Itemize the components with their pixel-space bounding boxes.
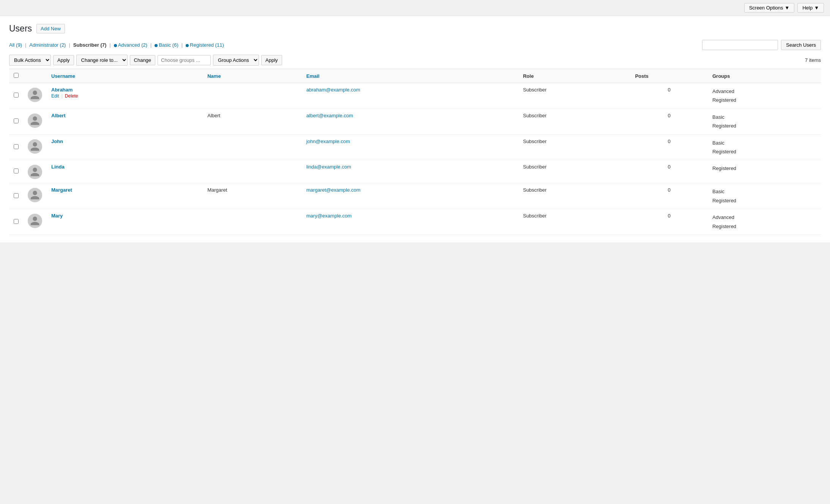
page-title: Users	[9, 24, 32, 34]
add-new-button[interactable]: Add New	[36, 24, 65, 33]
username-header[interactable]: Username	[47, 69, 203, 83]
change-role-select[interactable]: Change role to...	[76, 55, 128, 66]
sep-4: |	[150, 42, 151, 48]
user-avatar-icon	[30, 167, 40, 177]
avatar-cell	[23, 183, 47, 209]
select-all-checkbox[interactable]	[14, 73, 19, 78]
name-cell	[203, 83, 302, 109]
group-apply-button[interactable]: Apply	[261, 55, 282, 65]
sep-3: |	[109, 42, 110, 48]
username-link[interactable]: Albert	[51, 113, 66, 118]
role-cell: Subscriber	[518, 109, 630, 134]
row-checkbox-cell	[9, 83, 23, 109]
filter-administrator[interactable]: Administrator (2)	[29, 42, 66, 48]
row-checkbox[interactable]	[14, 219, 19, 224]
name-sort-link[interactable]: Name	[207, 73, 221, 79]
email-link[interactable]: mary@example.com	[306, 213, 352, 219]
actions-left: Bulk Actions Apply Change role to... Cha…	[9, 55, 282, 66]
bulk-apply-button[interactable]: Apply	[53, 55, 74, 65]
search-users-button[interactable]: Search Users	[781, 40, 821, 50]
group-item: Registered	[712, 96, 816, 104]
help-button[interactable]: Help ▼	[797, 3, 824, 13]
group-item: Registered	[712, 121, 816, 130]
username-cell: Mary	[47, 209, 203, 235]
username-link[interactable]: Margaret	[51, 187, 72, 193]
username-link[interactable]: Linda	[51, 164, 65, 170]
top-bar: Screen Options ▼ Help ▼	[0, 0, 830, 16]
username-link[interactable]: Abraham	[51, 87, 73, 93]
username-link[interactable]: John	[51, 139, 63, 144]
email-cell: john@example.com	[302, 134, 519, 160]
user-avatar-icon	[30, 216, 40, 226]
bulk-actions-select[interactable]: Bulk Actions	[9, 55, 51, 66]
name-header[interactable]: Name	[203, 69, 302, 83]
filter-all[interactable]: All (9)	[9, 42, 22, 48]
sep-2: |	[69, 42, 70, 48]
email-sort-link[interactable]: Email	[306, 73, 320, 79]
email-link[interactable]: albert@example.com	[306, 113, 353, 118]
select-all-header	[9, 69, 23, 83]
items-count: 7 items	[805, 57, 821, 63]
row-checkbox-cell	[9, 109, 23, 134]
change-role-button[interactable]: Change	[130, 55, 156, 65]
group-item: Basic	[712, 139, 816, 147]
row-checkbox-cell	[9, 134, 23, 160]
group-item: Advanced	[712, 87, 816, 96]
row-checkbox[interactable]	[14, 118, 19, 123]
posts-cell: 0	[631, 160, 708, 183]
filter-basic[interactable]: Basic (6)	[155, 42, 178, 48]
email-link[interactable]: abraham@example.com	[306, 87, 360, 93]
email-link[interactable]: john@example.com	[306, 139, 350, 144]
screen-options-label: Screen Options	[749, 5, 783, 11]
role-cell: Subscriber	[518, 83, 630, 109]
row-checkbox[interactable]	[14, 193, 19, 198]
email-cell: abraham@example.com	[302, 83, 519, 109]
screen-options-chevron-icon: ▼	[785, 5, 790, 11]
username-cell: Abraham Edit | Delete	[47, 83, 203, 109]
group-actions-select[interactable]: Group Actions	[213, 55, 259, 66]
filter-subscriber-current: Subscriber (7)	[73, 42, 106, 48]
username-sort-link[interactable]: Username	[51, 73, 75, 79]
email-link[interactable]: margaret@example.com	[306, 187, 361, 193]
filter-registered[interactable]: Registered (11)	[186, 42, 224, 48]
name-cell	[203, 160, 302, 183]
user-avatar-icon	[30, 141, 40, 152]
name-cell: Margaret	[203, 183, 302, 209]
avatar	[28, 165, 42, 179]
filter-advanced[interactable]: Advanced (2)	[114, 42, 147, 48]
group-item: Registered	[712, 147, 816, 156]
page-wrap: Screen Options ▼ Help ▼ Users Add New Al…	[0, 0, 830, 504]
role-cell: Subscriber	[518, 134, 630, 160]
row-checkbox[interactable]	[14, 93, 19, 98]
username-cell: John	[47, 134, 203, 160]
posts-cell: 0	[631, 134, 708, 160]
groups-cell: AdvancedRegistered	[708, 83, 821, 109]
edit-link[interactable]: Edit	[51, 93, 59, 99]
avatar-header	[23, 69, 47, 83]
search-input[interactable]	[702, 40, 778, 50]
screen-options-button[interactable]: Screen Options ▼	[744, 3, 794, 13]
row-checkbox[interactable]	[14, 169, 19, 173]
role-cell: Subscriber	[518, 183, 630, 209]
avatar	[28, 214, 42, 228]
row-checkbox[interactable]	[14, 144, 19, 149]
email-cell: mary@example.com	[302, 209, 519, 235]
row-checkbox-cell	[9, 183, 23, 209]
delete-link[interactable]: Delete	[65, 93, 78, 99]
username-cell: Margaret	[47, 183, 203, 209]
email-link[interactable]: linda@example.com	[306, 164, 351, 170]
email-cell: margaret@example.com	[302, 183, 519, 209]
help-label: Help	[802, 5, 813, 11]
main-content: Users Add New All (9) | Administrator (2…	[0, 16, 830, 243]
page-header: Users Add New	[9, 24, 821, 34]
search-area: Search Users	[702, 40, 821, 50]
sep-5: |	[181, 42, 183, 48]
username-link[interactable]: Mary	[51, 213, 63, 219]
row-checkbox-cell	[9, 160, 23, 183]
groups-input[interactable]	[158, 55, 211, 65]
avatar-cell	[23, 83, 47, 109]
advanced-dot-icon	[114, 44, 117, 47]
email-header[interactable]: Email	[302, 69, 519, 83]
username-cell: Linda	[47, 160, 203, 183]
filter-links: All (9) | Administrator (2) | Subscriber…	[9, 42, 224, 48]
